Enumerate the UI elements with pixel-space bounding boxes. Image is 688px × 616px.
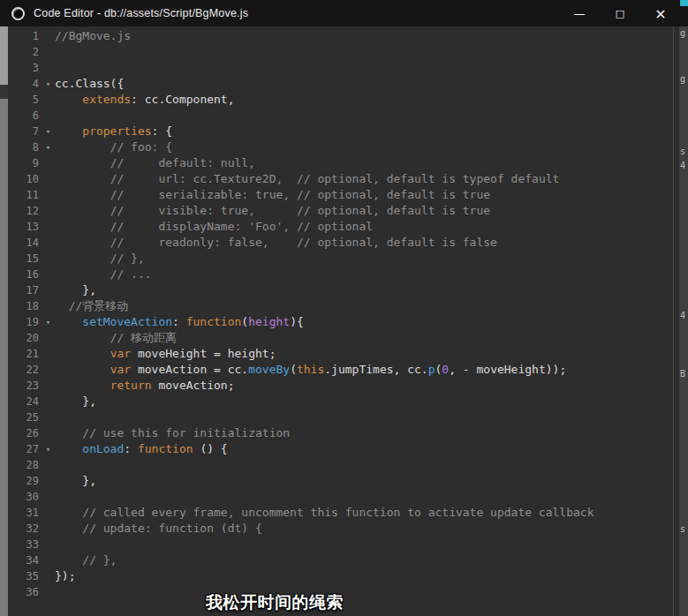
maximize-button[interactable]: □ <box>600 0 640 26</box>
code-text: }, <box>55 394 96 409</box>
code-token-kw: function <box>186 315 242 328</box>
code-text: // use this for initialization <box>55 425 290 441</box>
code-text: // serializable: true, // optional, defa… <box>55 187 490 203</box>
code-token-com: // }, <box>82 553 117 567</box>
close-button[interactable]: × <box>640 0 681 26</box>
fold-gutter-spacer <box>42 552 55 568</box>
code-text: }, <box>55 282 96 298</box>
code-token-def <box>55 363 110 376</box>
code-token-com: //背景移动 <box>69 299 129 312</box>
line-number: 27 <box>8 441 42 457</box>
code-line[interactable]: 33 <box>8 537 679 552</box>
editor-scrollbar[interactable] <box>673 26 674 616</box>
line-number: 14 <box>8 235 42 251</box>
fold-arrow-icon[interactable]: ▾ <box>42 139 55 155</box>
code-text: // default: null, <box>55 155 255 171</box>
code-line[interactable]: 17 }, <box>8 282 679 298</box>
code-token-kw: function <box>138 442 193 455</box>
code-line[interactable]: 11 // serializable: true, // optional, d… <box>8 187 679 203</box>
code-line[interactable]: 13 // displayName: 'Foo', // optional <box>8 219 679 235</box>
code-text: extends: cc.Component, <box>55 92 235 108</box>
code-line[interactable]: 1//BgMove.js <box>8 28 679 44</box>
code-line[interactable]: 10 // url: cc.Texture2D, // optional, de… <box>8 171 679 187</box>
code-token-fn: onLoad <box>82 442 124 455</box>
line-number: 2 <box>8 44 42 60</box>
code-line[interactable]: 9 // default: null, <box>8 155 679 171</box>
code-token-kw: this <box>297 363 324 376</box>
code-line[interactable]: 31 // called every frame, uncomment this… <box>8 505 679 521</box>
code-line[interactable]: 24 }, <box>8 394 679 409</box>
edge-text-fragment: s <box>680 524 685 535</box>
code-text: //背景移动 <box>55 298 128 314</box>
code-line[interactable]: 7▾ properties: { <box>8 124 679 139</box>
fold-arrow-icon[interactable]: ▾ <box>42 314 55 330</box>
code-line[interactable]: 16 // ... <box>8 267 679 282</box>
code-line[interactable]: 15 // }, <box>8 251 679 267</box>
code-token-def: moveAction = cc. <box>131 363 248 376</box>
code-line[interactable]: 27▾ onLoad: function () { <box>8 441 679 457</box>
code-line[interactable]: 21 var moveHeight = height; <box>8 346 679 362</box>
code-line[interactable]: 5 extends: cc.Component, <box>8 92 679 108</box>
code-text: // readonly: false, // optional, default… <box>55 235 497 251</box>
fold-arrow-icon[interactable]: ▾ <box>42 441 55 457</box>
titlebar[interactable]: Code Editor - db://assets/Script/BgMove.… <box>0 0 688 26</box>
code-text: onLoad: function () { <box>55 441 228 457</box>
code-line[interactable]: 12 // visible: true, // optional, defaul… <box>8 203 679 219</box>
code-token-com: // serializable: true, // optional, defa… <box>110 188 490 201</box>
code-line[interactable]: 29 }, <box>8 473 679 489</box>
code-line[interactable]: 8▾ // foo: { <box>8 139 679 155</box>
edge-text-fragment: B <box>680 369 685 379</box>
code-line[interactable]: 2 <box>8 44 679 60</box>
fold-arrow-icon[interactable]: ▾ <box>42 124 55 139</box>
code-line[interactable]: 35}); <box>8 568 679 584</box>
line-number: 6 <box>8 108 42 124</box>
code-line[interactable]: 20 // 移动距离 <box>8 330 679 346</box>
code-line[interactable]: 19▾ setMoveAction: function(height){ <box>8 314 679 330</box>
line-number: 5 <box>8 92 42 108</box>
code-editor[interactable]: 1//BgMove.js234▾cc.Class({5 extends: cc.… <box>8 26 679 616</box>
fold-arrow-icon[interactable]: ▾ <box>42 76 55 92</box>
code-line[interactable]: 32 // update: function (dt) { <box>8 521 679 537</box>
code-token-def <box>55 140 110 154</box>
code-token-com: // foo: { <box>110 140 172 154</box>
fold-gutter-spacer <box>42 346 55 362</box>
code-token-com: // ... <box>110 267 152 281</box>
code-line[interactable]: 34 // }, <box>8 552 679 568</box>
code-line[interactable]: 6 <box>8 108 679 124</box>
code-token-kw: var <box>110 363 131 376</box>
code-token-def: cc.Class({ <box>55 77 124 90</box>
fold-gutter-spacer <box>42 155 55 171</box>
code-line[interactable]: 28 <box>8 457 679 473</box>
code-line[interactable]: 30 <box>8 489 679 505</box>
video-subtitle: 我松开时间的绳索 <box>206 591 344 614</box>
code-text: // update: function (dt) { <box>55 521 262 537</box>
code-line[interactable]: 22 var moveAction = cc.moveBy(this.jumpT… <box>8 362 679 378</box>
code-line[interactable]: 4▾cc.Class({ <box>8 76 679 92</box>
code-token-def: : <box>124 442 138 455</box>
code-line[interactable]: 14 // readonly: false, // optional, defa… <box>8 235 679 251</box>
code-line[interactable]: 23 return moveAction; <box>8 378 679 394</box>
code-token-def: : { <box>152 124 172 138</box>
fold-gutter-spacer <box>42 28 55 44</box>
code-line[interactable]: 25 <box>8 409 679 425</box>
line-number: 32 <box>8 521 42 537</box>
code-line[interactable]: 36 <box>8 584 679 600</box>
edge-text-fragment: 4 <box>680 311 685 321</box>
code-token-com: // update: function (dt) { <box>82 522 262 535</box>
code-token-def <box>55 220 110 233</box>
code-token-def: ){ <box>290 315 304 328</box>
code-token-kw: extends <box>82 93 131 106</box>
code-text: // displayName: 'Foo', // optional <box>55 219 373 235</box>
code-text: var moveAction = cc.moveBy(this.jumpTime… <box>55 362 566 378</box>
line-number: 21 <box>8 346 42 362</box>
code-token-def <box>55 252 110 265</box>
fold-gutter-spacer <box>42 235 55 251</box>
code-line[interactable]: 3 <box>8 60 679 76</box>
minimize-button[interactable]: — <box>559 0 600 26</box>
code-editor-window: Code Editor - db://assets/Script/BgMove.… <box>0 0 688 616</box>
code-line[interactable]: 26 // use this for initialization <box>8 425 679 441</box>
line-number: 30 <box>8 489 42 505</box>
code-line[interactable]: 18 //背景移动 <box>8 298 679 314</box>
code-token-def: ( <box>290 363 297 376</box>
code-lines: 1//BgMove.js234▾cc.Class({5 extends: cc.… <box>8 28 679 600</box>
